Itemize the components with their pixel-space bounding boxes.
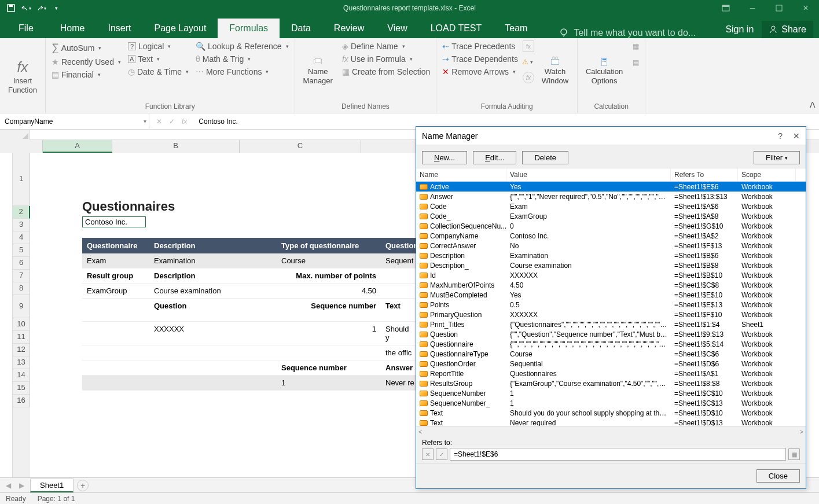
dialog-title-bar[interactable]: Name Manager ? ✕ [416, 127, 806, 145]
ribbon-tab-team[interactable]: Team [493, 19, 539, 38]
tellme-input[interactable] [574, 28, 713, 38]
dialog-help-icon[interactable]: ? [778, 131, 783, 141]
refers-to-input[interactable] [450, 448, 786, 461]
row-header[interactable]: 5 [13, 244, 30, 257]
close-icon[interactable]: ✕ [792, 0, 819, 16]
name-box[interactable]: CompanyName ▾ [0, 113, 149, 129]
name-row[interactable]: SequenceNumber1=Sheet1!$C$10Workbook [416, 388, 806, 398]
name-row[interactable]: QuestionnaireTypeCourse=Sheet1!$C$6Workb… [416, 349, 806, 359]
select-all-corner[interactable] [0, 130, 30, 140]
row-header[interactable]: 14 [13, 369, 30, 382]
ribbon-display-options-icon[interactable] [713, 0, 739, 16]
collapse-dialog-icon[interactable]: ▦ [788, 448, 800, 460]
calculation-options-button[interactable]: Calculation Options [581, 41, 627, 101]
accept-formula-icon[interactable]: ✓ [169, 117, 175, 126]
column-header[interactable]: A [43, 140, 112, 153]
ribbon-tab-formulas[interactable]: Formulas [218, 19, 280, 38]
ribbon-tab-home[interactable]: Home [49, 19, 97, 38]
row-header[interactable]: 9 [13, 295, 30, 318]
row-header[interactable]: 1 [13, 153, 30, 206]
name-row[interactable]: Questionnaire{"","","","","","","","",""… [416, 339, 806, 349]
name-row[interactable]: CodeExam=Sheet1!$A$6Workbook [416, 201, 806, 211]
row-header[interactable]: 7 [13, 270, 30, 282]
trace-precedents-button[interactable]: ⇠Trace Precedents [440, 41, 520, 52]
name-row[interactable]: ResultsGroup{"ExamGroup","Course examina… [416, 378, 806, 388]
name-box-dropdown-icon[interactable]: ▾ [144, 118, 146, 124]
share-button[interactable]: Share [762, 21, 813, 38]
add-sheet-button[interactable]: + [77, 480, 89, 491]
evaluate-formula-icon[interactable]: fx [523, 72, 534, 83]
row-header[interactable]: 3 [13, 219, 30, 231]
name-row[interactable]: Code_ExamGroup=Sheet1!$A$8Workbook [416, 211, 806, 221]
ribbon-tab-load-test[interactable]: LOAD TEST [419, 19, 494, 38]
autosum-button[interactable]: ∑AutoSum▾ [49, 41, 123, 55]
name-manager-button[interactable]: Name Manager [299, 41, 337, 101]
column-header[interactable]: B [112, 140, 240, 153]
tab-nav-prev-icon[interactable]: ◀ [3, 481, 13, 490]
name-row[interactable]: CorrectAnswerNo=Sheet1!$F$13Workbook [416, 241, 806, 251]
name-row[interactable]: TextShould you do your school supply sho… [416, 408, 806, 418]
name-row[interactable]: ActiveYes=Sheet1!$E$6Workbook [416, 182, 806, 192]
financial-button[interactable]: ▤Financial▾ [49, 69, 123, 80]
save-icon[interactable] [6, 3, 16, 13]
ribbon-tab-data[interactable]: Data [280, 19, 322, 38]
more-functions-button[interactable]: ⋯More Functions▾ [193, 66, 291, 78]
text-button[interactable]: AText▾ [126, 53, 191, 65]
show-formulas-icon[interactable]: fx [523, 41, 534, 52]
tellme-search[interactable] [559, 28, 713, 38]
dialog-hscroll[interactable]: <> [416, 426, 806, 436]
refers-accept-icon[interactable]: ✓ [436, 448, 447, 460]
filter-button[interactable]: Filter▾ [754, 151, 800, 164]
ribbon-tab-insert[interactable]: Insert [96, 19, 142, 38]
name-row[interactable]: IdXXXXXX=Sheet1!$B$10Workbook [416, 270, 806, 280]
trace-dependents-button[interactable]: ⇢Trace Dependents [440, 53, 520, 65]
row-header[interactable]: 2 [13, 206, 30, 219]
ribbon-tab-review[interactable]: Review [322, 19, 376, 38]
edit-button[interactable]: Edit... [473, 151, 516, 164]
calc-now-icon[interactable]: ▦ [630, 41, 641, 52]
row-header[interactable]: 6 [13, 257, 30, 270]
datetime-button[interactable]: ◷Date & Time▾ [126, 66, 191, 78]
ribbon-collapse-icon[interactable]: ᐱ [810, 100, 816, 109]
close-button[interactable]: Close [756, 469, 800, 483]
row-header[interactable]: 10 [13, 318, 30, 331]
name-row[interactable]: Text_Never required=Sheet1!$D$13Workbook [416, 418, 806, 426]
logical-button[interactable]: ?Logical▾ [126, 41, 191, 52]
row-header[interactable]: 16 [13, 395, 30, 407]
fx-icon[interactable]: fx [182, 117, 187, 126]
name-row[interactable]: CompanyNameContoso Inc.=Sheet1!$A$2Workb… [416, 231, 806, 241]
column-header[interactable]: C [240, 140, 361, 153]
name-row[interactable]: SequenceNumber_1=Sheet1!$C$13Workbook [416, 398, 806, 408]
redo-icon[interactable]: ▾ [36, 3, 46, 13]
row-header[interactable]: 8 [13, 282, 30, 295]
refers-cancel-icon[interactable]: ✕ [422, 448, 434, 460]
error-checking-icon[interactable]: ⚠▾ [523, 57, 533, 67]
row-header[interactable]: 4 [13, 231, 30, 244]
create-from-selection-button[interactable]: ▦Create from Selection [340, 66, 432, 78]
name-row[interactable]: MaxNumberOfPoints4.50=Sheet1!$C$8Workboo… [416, 280, 806, 290]
row-header[interactable]: 15 [13, 382, 30, 395]
watch-window-button[interactable]: Watch Window [537, 41, 574, 101]
math-button[interactable]: θMath & Trig▾ [193, 53, 291, 65]
dialog-name-list[interactable]: ActiveYes=Sheet1!$E$6WorkbookAnswer{"","… [416, 182, 806, 426]
row-header[interactable]: 11 [13, 331, 30, 344]
name-row[interactable]: Answer{"","","1","Never required","0.5",… [416, 192, 806, 201]
ribbon-tab-view[interactable]: View [376, 19, 418, 38]
qat-customize-icon[interactable]: ▾ [51, 3, 61, 13]
name-row[interactable]: ReportTitleQuestionnaires=Sheet1!$A$1Wor… [416, 369, 806, 378]
row-header[interactable]: 12 [13, 344, 30, 356]
name-row[interactable]: CollectionSequenceNu...0=Sheet1!$G$10Wor… [416, 221, 806, 231]
calc-sheet-icon[interactable]: ▤ [630, 57, 641, 68]
delete-button[interactable]: Delete [522, 151, 568, 164]
name-row[interactable]: Question{"","Question","Sequence number"… [416, 329, 806, 339]
name-row[interactable]: Points0.5=Sheet1!$E$13Workbook [416, 300, 806, 310]
undo-icon[interactable]: ▾ [21, 3, 31, 13]
name-row[interactable]: Print_Titles{"Questionnaires","","","","… [416, 319, 806, 329]
name-row[interactable]: PrimaryQuestionXXXXXX=Sheet1!$F$10Workbo… [416, 310, 806, 319]
ribbon-tab-page-layout[interactable]: Page Layout [142, 19, 218, 38]
remove-arrows-button[interactable]: ✕Remove Arrows▾ [440, 66, 520, 78]
name-row[interactable]: QuestionOrderSequential=Sheet1!$D$6Workb… [416, 359, 806, 369]
name-row[interactable]: DescriptionExamination=Sheet1!$B$6Workbo… [416, 251, 806, 260]
row-header[interactable]: 13 [13, 356, 30, 369]
signin-link[interactable]: Sign in [725, 24, 754, 35]
